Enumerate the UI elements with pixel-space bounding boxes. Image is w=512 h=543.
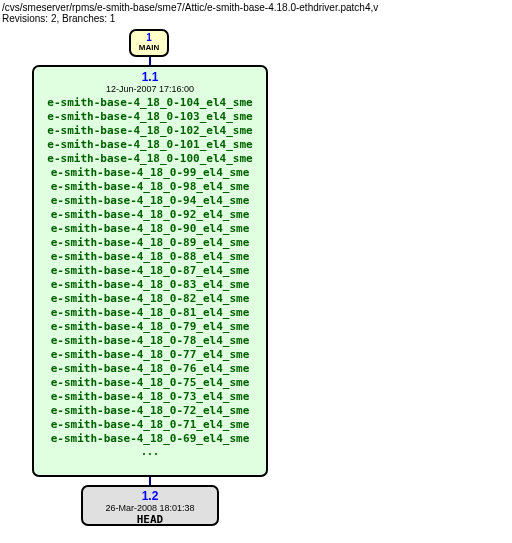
revision-node-1-2[interactable]: 1.2 26-Mar-2008 18:01:38 HEAD (81, 485, 219, 526)
tag-item: e-smith-base-4_18_0-69_el4_sme (34, 432, 266, 446)
tag-item: e-smith-base-4_18_0-98_el4_sme (34, 180, 266, 194)
branch-node-main[interactable]: 1 MAIN (129, 29, 169, 57)
tag-item: e-smith-base-4_18_0-87_el4_sme (34, 264, 266, 278)
tag-item: e-smith-base-4_18_0-88_el4_sme (34, 250, 266, 264)
tag-item: e-smith-base-4_18_0-76_el4_sme (34, 362, 266, 376)
header-info: /cvs/smeserver/rpms/e-smith-base/sme7/At… (2, 2, 378, 24)
file-path: /cvs/smeserver/rpms/e-smith-base/sme7/At… (2, 2, 378, 13)
tag-ellipsis: ... (34, 446, 266, 458)
tag-item: e-smith-base-4_18_0-103_el4_sme (34, 110, 266, 124)
revisions-summary: Revisions: 2, Branches: 1 (2, 13, 378, 24)
revision-version: 1.2 (83, 490, 217, 503)
edge-main-to-rev11 (149, 57, 151, 65)
tag-list: e-smith-base-4_18_0-104_el4_sme e-smith-… (34, 96, 266, 458)
tag-item: e-smith-base-4_18_0-83_el4_sme (34, 278, 266, 292)
tag-item: e-smith-base-4_18_0-92_el4_sme (34, 208, 266, 222)
tag-item: e-smith-base-4_18_0-77_el4_sme (34, 348, 266, 362)
tag-item: e-smith-base-4_18_0-79_el4_sme (34, 320, 266, 334)
tag-item: e-smith-base-4_18_0-73_el4_sme (34, 390, 266, 404)
branch-label: MAIN (131, 43, 167, 52)
tag-item: e-smith-base-4_18_0-78_el4_sme (34, 334, 266, 348)
edge-rev11-to-rev12 (149, 477, 151, 485)
revision-node-1-1[interactable]: 1.1 12-Jun-2007 17:16:00 e-smith-base-4_… (32, 65, 268, 477)
tag-item: e-smith-base-4_18_0-104_el4_sme (34, 96, 266, 110)
tag-item: e-smith-base-4_18_0-72_el4_sme (34, 404, 266, 418)
revision-date: 12-Jun-2007 17:16:00 (34, 84, 266, 95)
tag-item: e-smith-base-4_18_0-71_el4_sme (34, 418, 266, 432)
tag-item: e-smith-base-4_18_0-102_el4_sme (34, 124, 266, 138)
tag-item: e-smith-base-4_18_0-89_el4_sme (34, 236, 266, 250)
tag-item: e-smith-base-4_18_0-90_el4_sme (34, 222, 266, 236)
tag-item: e-smith-base-4_18_0-82_el4_sme (34, 292, 266, 306)
tag-item: e-smith-base-4_18_0-75_el4_sme (34, 376, 266, 390)
head-label: HEAD (83, 514, 217, 526)
tag-item: e-smith-base-4_18_0-81_el4_sme (34, 306, 266, 320)
revision-version: 1.1 (34, 70, 266, 84)
branch-number: 1 (131, 33, 167, 43)
tag-item: e-smith-base-4_18_0-101_el4_sme (34, 138, 266, 152)
tag-item: e-smith-base-4_18_0-100_el4_sme (34, 152, 266, 166)
tag-item: e-smith-base-4_18_0-99_el4_sme (34, 166, 266, 180)
tag-item: e-smith-base-4_18_0-94_el4_sme (34, 194, 266, 208)
